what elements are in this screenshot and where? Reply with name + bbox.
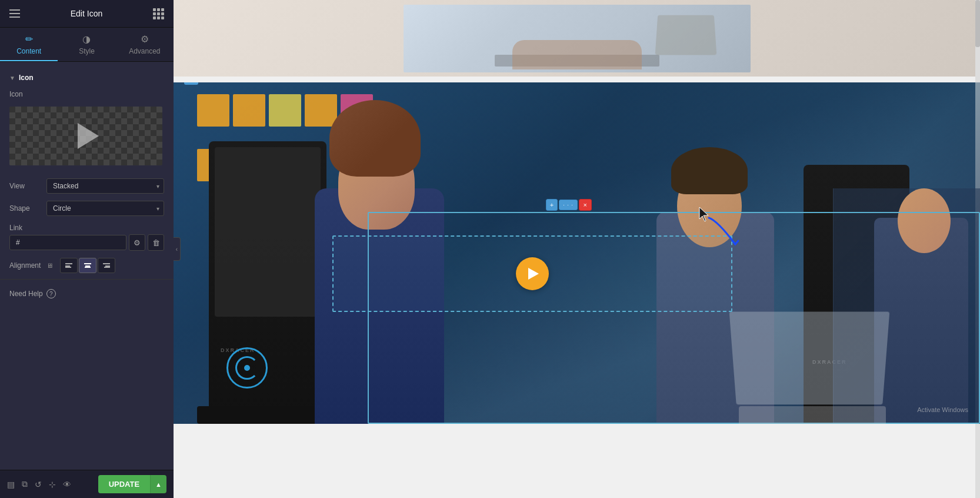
- need-help-row[interactable]: Need Help ?: [0, 282, 174, 306]
- panel-header: Edit Icon: [0, 0, 174, 28]
- keyboard-scene: [404, 5, 751, 72]
- bottom-move-icon[interactable]: ⊹: [49, 480, 56, 489]
- plus-icon: +: [550, 201, 554, 208]
- laptop-bottom: [739, 406, 886, 424]
- link-settings-button[interactable]: ⚙: [129, 234, 145, 251]
- collapse-panel-button[interactable]: ‹: [174, 237, 181, 261]
- activate-windows-text: Activate Windows: [917, 406, 968, 413]
- svg-rect-4: [85, 265, 90, 267]
- pencil-icon: ✏: [25, 34, 33, 45]
- alignment-monitor-icon: 🖥: [46, 262, 53, 269]
- alignment-row: Alignment 🖥: [0, 254, 174, 277]
- element-toolbar: + · · · ×: [546, 199, 592, 211]
- element-add-button[interactable]: +: [546, 199, 558, 211]
- align-right-button[interactable]: [98, 258, 115, 273]
- link-row: Link ⚙ 🗑: [0, 220, 174, 254]
- close-icon: ×: [584, 201, 587, 208]
- view-select-wrap: Stacked Framed Default ▾: [46, 178, 164, 194]
- element-id-label: · · ·: [563, 202, 574, 208]
- align-left-icon: [65, 263, 72, 268]
- logo-dot: [244, 365, 250, 371]
- left-panel: Edit Icon ✏ Content ◑ Style ⚙ Advanced ▼…: [0, 0, 174, 498]
- update-button[interactable]: UPDATE: [98, 475, 150, 493]
- help-icon: ?: [46, 289, 56, 298]
- view-label: View: [9, 182, 42, 190]
- gear-icon: ⚙: [141, 34, 149, 45]
- grid-icon[interactable]: [153, 8, 164, 19]
- element-selection-box: [332, 235, 732, 312]
- tab-content-label: Content: [16, 47, 41, 55]
- canvas-area[interactable]: ⊞: [174, 0, 980, 498]
- link-input[interactable]: [9, 235, 126, 250]
- icon-preview-area[interactable]: [9, 107, 162, 165]
- section-arrow-icon: ▼: [9, 75, 15, 81]
- element-id-button[interactable]: · · ·: [559, 200, 578, 210]
- canvas-content: ⊞: [174, 0, 980, 498]
- need-help-label: Need Help: [9, 290, 43, 298]
- logo-outer-circle: [226, 347, 268, 389]
- tab-style-label: Style: [79, 47, 95, 55]
- laptop-screen: [655, 15, 716, 55]
- shape-select-wrap: Circle Square Default ▾: [46, 201, 164, 216]
- bottom-layers-icon[interactable]: ▤: [7, 480, 15, 489]
- icon-section-header[interactable]: ▼ Icon: [0, 69, 174, 87]
- update-arrow-button[interactable]: ▲: [150, 475, 166, 493]
- scroll-thumb[interactable]: [975, 0, 980, 47]
- hands-silhouette: [512, 40, 642, 69]
- circle-half-icon: ◑: [82, 34, 91, 45]
- video-section: ⊞: [174, 82, 980, 424]
- svg-rect-8: [104, 267, 110, 268]
- align-right-icon: [103, 263, 110, 268]
- bottom-history-icon[interactable]: ↺: [35, 480, 42, 489]
- alignment-group: [60, 258, 164, 273]
- activate-windows-label: Activate Windows: [917, 406, 968, 413]
- top-image: [404, 5, 751, 72]
- svg-rect-0: [65, 263, 72, 264]
- shape-select[interactable]: Circle Square Default: [46, 201, 164, 216]
- sticky-orange-1: [197, 94, 229, 127]
- tab-advanced-label: Advanced: [129, 47, 160, 55]
- align-center-icon: [84, 263, 91, 268]
- svg-rect-6: [103, 263, 110, 264]
- alignment-label: Alignment: [9, 261, 42, 270]
- align-left-button[interactable]: [60, 258, 78, 273]
- play-button[interactable]: [516, 257, 549, 290]
- tab-advanced[interactable]: ⚙ Advanced: [116, 28, 174, 61]
- update-button-wrap: UPDATE ▲: [98, 475, 166, 493]
- bottom-eye-icon[interactable]: 👁: [63, 480, 71, 489]
- svg-rect-1: [65, 265, 70, 267]
- bottom-icons-group: ▤ ⧉ ↺ ⊹ 👁: [7, 479, 71, 489]
- element-close-button[interactable]: ×: [579, 199, 592, 211]
- sticky-orange-2: [233, 94, 265, 127]
- bottom-copy-icon[interactable]: ⧉: [22, 479, 28, 489]
- panel-content: ▼ Icon Icon View Stacked Framed Default …: [0, 62, 174, 470]
- link-delete-button[interactable]: 🗑: [148, 234, 164, 251]
- icon-label-row: Icon: [0, 87, 174, 102]
- icon-field-label: Icon: [9, 90, 42, 98]
- play-triangle-icon: [528, 268, 539, 280]
- hamburger-icon[interactable]: [9, 9, 20, 18]
- section-columns-handle[interactable]: ⊞: [184, 82, 198, 85]
- logo-area: [226, 347, 268, 389]
- tab-style[interactable]: ◑ Style: [58, 28, 115, 61]
- tabs-bar: ✏ Content ◑ Style ⚙ Advanced: [0, 28, 174, 62]
- person-hair-left: [329, 100, 421, 177]
- svg-rect-5: [85, 267, 91, 268]
- tab-content[interactable]: ✏ Content: [0, 28, 58, 61]
- shape-field-row: Shape Circle Square Default ▾: [0, 197, 174, 220]
- svg-rect-2: [65, 267, 71, 268]
- link-input-wrap: ⚙ 🗑: [9, 234, 164, 251]
- person-far-right-head: [898, 188, 951, 253]
- shape-label: Shape: [9, 204, 42, 213]
- svg-rect-3: [84, 263, 91, 264]
- bottom-bar: ▤ ⧉ ↺ ⊹ 👁 UPDATE ▲: [0, 470, 174, 498]
- align-center-button[interactable]: [79, 258, 96, 273]
- logo-inner-circle: [235, 356, 259, 380]
- top-image-section: [174, 0, 980, 77]
- link-label: Link: [9, 224, 22, 232]
- icon-section-label: Icon: [19, 74, 34, 82]
- section-toolbar: ⊞: [184, 82, 198, 85]
- laptop-screen-right: [729, 311, 890, 404]
- view-field-row: View Stacked Framed Default ▾: [0, 175, 174, 197]
- view-select[interactable]: Stacked Framed Default: [46, 178, 164, 194]
